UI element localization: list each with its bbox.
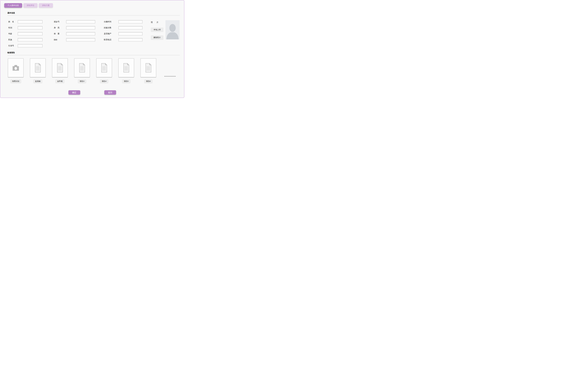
bmi-input[interactable]	[66, 38, 95, 41]
form-row-social-security: 社保号	[8, 44, 42, 47]
form-column-1: 姓 名 性别 年龄 民族 社保号	[8, 20, 42, 50]
natural-birth-input[interactable]	[119, 32, 142, 35]
document-icon	[35, 63, 41, 72]
report-label: 报告4	[100, 79, 108, 83]
report-card[interactable]	[52, 58, 68, 77]
social-security-label: 社保号	[8, 45, 18, 47]
report-card[interactable]	[141, 58, 156, 77]
report-card[interactable]	[74, 58, 90, 77]
ethnicity-input[interactable]	[18, 38, 42, 41]
photo-label: 照 片	[151, 21, 163, 24]
person-silhouette-icon	[165, 20, 180, 39]
more-reports-ellipsis	[165, 76, 175, 77]
document-icon	[123, 63, 129, 72]
photo-area: 照 片 本地上传 删除照片	[151, 20, 180, 40]
report-card[interactable]	[118, 58, 134, 77]
report-item: 盆底磁	[30, 58, 46, 83]
report-label: 报告3	[78, 79, 86, 83]
height-label: 身 高	[54, 27, 66, 29]
name-input[interactable]	[18, 20, 42, 23]
photo-controls: 照 片 本地上传 删除照片	[151, 20, 163, 40]
ethnicity-label: 民族	[8, 39, 18, 41]
social-security-input[interactable]	[18, 44, 42, 47]
bottom-actions: 确定 返回	[0, 90, 184, 95]
personal-info-page: 个人基本信息 训练评估 训练方案 基本信息 姓 名 性别 年龄 民族	[0, 0, 184, 98]
report-label: 拍照识别	[10, 79, 21, 83]
gender-label: 性别	[8, 27, 18, 29]
report-label: 血常规	[55, 79, 64, 83]
confirm-button[interactable]: 确定	[68, 90, 80, 95]
pregnancy-count-label: 妊娠次数	[104, 27, 119, 29]
report-item: 报告3	[74, 58, 90, 83]
form-row-ethnicity: 民族	[8, 38, 42, 41]
report-item: 报告6	[141, 58, 156, 83]
contact-phone-input[interactable]	[119, 38, 142, 41]
visit-number-input[interactable]	[66, 20, 95, 23]
tab-bar: 个人基本信息 训练评估 训练方案	[0, 0, 184, 8]
document-icon	[145, 63, 152, 72]
form-row-contact-phone: 联系电话	[104, 38, 142, 41]
report-item: 拍照识别	[8, 58, 23, 83]
form-row-name: 姓 名	[8, 20, 42, 23]
visit-number-label: 就诊号	[54, 20, 66, 23]
tab-personal-basic-info[interactable]: 个人基本信息	[4, 3, 22, 8]
report-card[interactable]	[30, 58, 46, 77]
form-row-weight: 体 重	[54, 32, 95, 35]
report-label: 报告5	[122, 79, 130, 83]
document-icon	[101, 63, 107, 72]
form-column-3: 分娩时间 妊娠次数 是否顺产 联系电话	[104, 20, 142, 44]
weight-input[interactable]	[66, 32, 95, 35]
form-row-delivery-time: 分娩时间	[104, 20, 142, 23]
form-column-2: 就诊号 身 高 体 重 BMI	[54, 20, 95, 44]
contact-phone-label: 联系电话	[104, 39, 119, 41]
name-label: 姓 名	[8, 20, 18, 23]
delivery-time-input[interactable]	[119, 20, 142, 23]
gender-input[interactable]	[18, 26, 42, 29]
report-item: 报告5	[118, 58, 134, 83]
form-row-visit-number: 就诊号	[54, 20, 95, 23]
basic-info-form: 姓 名 性别 年龄 民族 社保号 就诊号	[8, 20, 180, 47]
report-label: 盆底磁	[33, 79, 42, 83]
delivery-time-label: 分娩时间	[104, 20, 119, 23]
camera-icon	[12, 65, 19, 71]
report-cards: 拍照识别 盆底磁	[8, 58, 180, 83]
age-input[interactable]	[18, 32, 42, 35]
photo-recognition-card[interactable]	[8, 58, 23, 77]
form-row-age: 年龄	[8, 32, 42, 35]
pregnancy-count-input[interactable]	[119, 26, 142, 29]
document-icon	[79, 63, 85, 72]
tab-training-plan[interactable]: 训练方案	[39, 3, 53, 8]
height-input[interactable]	[66, 26, 95, 29]
section-divider	[7, 55, 180, 55]
report-item: 报告4	[96, 58, 112, 83]
form-row-gender: 性别	[8, 26, 42, 29]
natural-birth-label: 是否顺产	[104, 32, 119, 35]
age-label: 年龄	[8, 32, 18, 35]
report-card[interactable]	[96, 58, 112, 77]
section-divider	[7, 15, 180, 16]
weight-label: 体 重	[54, 32, 66, 35]
report-label: 报告6	[144, 79, 152, 83]
tab-training-evaluation[interactable]: 训练评估	[23, 3, 38, 8]
local-upload-button[interactable]: 本地上传	[151, 28, 163, 32]
back-button[interactable]: 返回	[104, 90, 116, 95]
form-row-pregnancy-count: 妊娠次数	[104, 26, 142, 29]
bmi-label: BMI	[54, 39, 66, 41]
report-item: 血常规	[52, 58, 68, 83]
delete-photo-button[interactable]: 删除照片	[151, 35, 163, 40]
form-row-height: 身 高	[54, 26, 95, 29]
avatar	[165, 20, 180, 39]
form-row-natural-birth: 是否顺产	[104, 32, 142, 35]
reports-section-title: 检查报告	[7, 51, 180, 54]
form-row-bmi: BMI	[54, 38, 95, 41]
basic-info-section-title: 基本信息	[7, 12, 180, 14]
document-icon	[57, 63, 63, 72]
